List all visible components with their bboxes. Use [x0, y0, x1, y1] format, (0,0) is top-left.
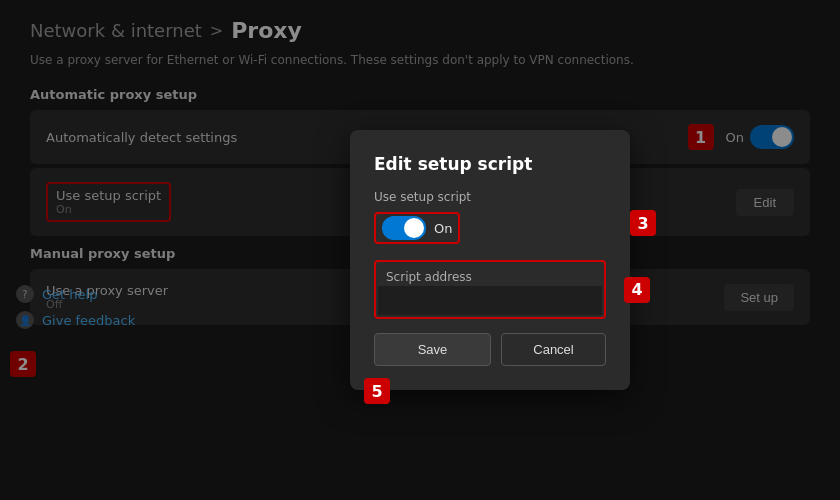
script-address-section: Script address 4	[374, 260, 606, 319]
modal-title: Edit setup script	[374, 154, 606, 174]
script-address-label: Script address	[378, 264, 602, 286]
modal-toggle-row: On 3	[374, 212, 606, 244]
badge-3: 3	[630, 210, 656, 236]
modal-buttons: Save Cancel 5	[374, 333, 606, 366]
badge-4: 4	[624, 277, 650, 303]
save-button[interactable]: Save	[374, 333, 491, 366]
modal-toggle-knob	[404, 218, 424, 238]
modal-overlay: Edit setup script Use setup script On 3 …	[0, 0, 840, 500]
modal-toggle[interactable]	[382, 216, 426, 240]
edit-setup-script-modal: Edit setup script Use setup script On 3 …	[350, 130, 630, 390]
modal-toggle-highlight: On	[374, 212, 460, 244]
badge-5: 5	[364, 378, 390, 404]
script-address-input[interactable]	[378, 286, 602, 315]
cancel-button[interactable]: Cancel	[501, 333, 606, 366]
modal-use-setup-label: Use setup script	[374, 190, 606, 204]
modal-toggle-label: On	[434, 221, 452, 236]
